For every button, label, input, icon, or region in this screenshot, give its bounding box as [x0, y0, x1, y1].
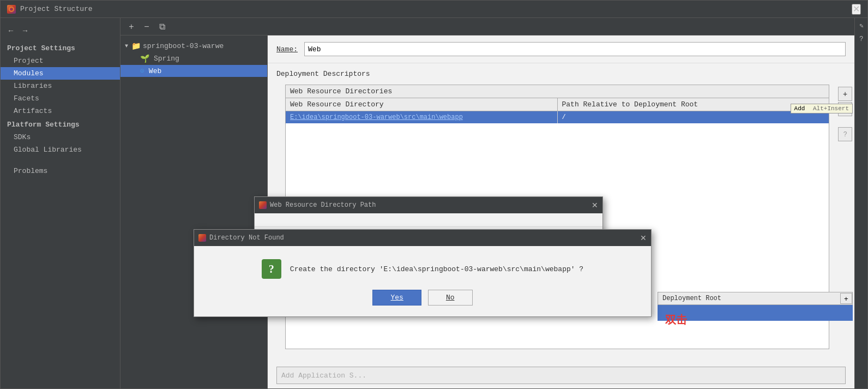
window-close-button[interactable]: ✕: [852, 4, 861, 15]
sidebar-item-label: Modules: [14, 69, 44, 77]
dialog-wrdp-body: [255, 213, 602, 226]
sidebar-item-label: Libraries: [14, 82, 52, 90]
tree-item-springboot[interactable]: ▼ 📁 springboot-03-warwe: [120, 40, 267, 52]
table-add-button[interactable]: +: [838, 87, 852, 101]
add-app-section: Add Application S...: [276, 367, 846, 384]
copy-button[interactable]: ⧉: [155, 20, 168, 33]
sidebar-item-global-libraries[interactable]: Global Libraries: [1, 143, 120, 156]
wrd-relative-cell: /: [558, 111, 829, 123]
dialog-dnf-title-bar: Directory Not Found ✕: [194, 230, 651, 246]
col-path-relative: Path Relative to Deployment Root: [558, 98, 829, 111]
right-sidebar-btn-1[interactable]: ✎: [856, 20, 867, 31]
sidebar-item-label: Global Libraries: [14, 146, 82, 154]
toolbar: + − ⧉: [120, 18, 854, 35]
add-section: Add Application S...: [268, 362, 854, 388]
add-button[interactable]: +: [125, 20, 138, 33]
platform-settings-header: Platform Settings: [1, 117, 120, 131]
col-web-resource-dir: Web Resource Directory: [286, 98, 558, 111]
spring-icon: 🌱: [140, 54, 149, 63]
name-input[interactable]: [304, 42, 846, 56]
title-bar-left: Project Structure: [7, 5, 93, 14]
question-mark-icon: ?: [262, 259, 281, 279]
window-title: Project Structure: [20, 5, 93, 13]
wrd-title-label: Web Resource Directories: [290, 87, 392, 95]
dialog-dnf-icon: [198, 234, 206, 242]
dialog-dnf[interactable]: Directory Not Found ✕ ? Create the direc…: [194, 229, 652, 317]
deployment-descriptors-title: Deployment Descriptors: [276, 70, 370, 78]
dialog-message: Create the directory 'E:\idea\springboot…: [290, 265, 583, 273]
main-window: Project Structure ✕ ← → Project Settings…: [0, 0, 868, 389]
sidebar-item-label: Problems: [14, 167, 47, 175]
dialog-dnf-title: Directory Not Found: [209, 234, 284, 242]
dialog-dnf-title-left: Directory Not Found: [198, 234, 284, 242]
title-bar: Project Structure ✕: [1, 1, 867, 18]
dialog-dnf-close[interactable]: ✕: [640, 234, 647, 242]
wrd-path-value: E:\idea\springboot-03-warweb\src\main\we…: [290, 113, 463, 121]
deployment-descriptors-section: Deployment Descriptors: [268, 63, 854, 85]
tree-panel: ▼ 📁 springboot-03-warwe 🌱 Spring ⊙ Web: [120, 35, 268, 388]
tree-item-label: springboot-03-warwe: [143, 42, 224, 50]
name-row: Name:: [268, 35, 854, 63]
dialog-wrdp-close[interactable]: ✕: [592, 201, 598, 210]
remove-button[interactable]: −: [140, 20, 153, 33]
add-tooltip-label: Add: [794, 105, 805, 112]
sidebar-item-label: SDKs: [14, 133, 31, 141]
side-buttons: + − ?: [838, 85, 854, 358]
dialog-wrdp-title-bar: Web Resource Directory Path ✕: [255, 197, 602, 213]
svg-point-2: [11, 8, 13, 10]
sidebar: ← → Project Settings Project Modules Lib…: [1, 18, 120, 388]
table-question-button[interactable]: ?: [838, 127, 852, 141]
tree-item-web[interactable]: ⊙ Web: [120, 65, 267, 77]
dialog-no-button[interactable]: No: [428, 290, 473, 306]
web-icon: ⊙: [140, 67, 144, 75]
dialog-dnf-buttons: Yes No: [372, 290, 472, 306]
sidebar-item-sdks[interactable]: SDKs: [1, 131, 120, 143]
add-app-label: Add Application S...: [281, 372, 366, 380]
table-row[interactable]: E:\idea\springboot-03-warweb\src\main\we…: [286, 111, 829, 123]
dialog-yes-button[interactable]: Yes: [372, 290, 421, 306]
spacer: [838, 117, 852, 126]
dialog-icon: [259, 201, 267, 209]
tree-item-label: Web: [149, 67, 161, 75]
sidebar-item-modules[interactable]: Modules: [1, 67, 120, 80]
add-shortcut: Alt+Insert: [813, 105, 849, 112]
dialog-wrdp-title: Web Resource Directory Path: [270, 201, 376, 209]
back-button[interactable]: ←: [5, 25, 17, 37]
project-settings-header: Project Settings: [1, 41, 120, 55]
sidebar-item-libraries[interactable]: Libraries: [1, 80, 120, 92]
dialog-dnf-content: ? Create the directory 'E:\idea\springbo…: [262, 259, 583, 279]
sidebar-nav: ← →: [1, 22, 120, 39]
tree-item-spring[interactable]: 🌱 Spring: [120, 52, 267, 65]
sidebar-item-problems[interactable]: Problems: [1, 165, 120, 177]
name-label: Name:: [276, 45, 298, 53]
right-sidebar-btn-2[interactable]: ?: [856, 33, 867, 44]
add-tooltip-area: Add Alt+Insert: [791, 104, 854, 113]
app-icon: [7, 5, 16, 14]
dialog-dnf-body: ? Create the directory 'E:\idea\springbo…: [194, 246, 651, 316]
wrd-title: Web Resource Directories: [286, 85, 829, 98]
sidebar-item-facets[interactable]: Facets: [1, 92, 120, 105]
wrd-path-cell: E:\idea\springboot-03-warweb\src\main\we…: [286, 111, 558, 123]
sidebar-item-artifacts[interactable]: Artifacts: [1, 105, 120, 117]
sidebar-item-project[interactable]: Project: [1, 55, 120, 67]
tree-item-label: Spring: [154, 55, 179, 63]
right-sidebar: ✎ ?: [854, 18, 867, 388]
folder-icon: 📁: [131, 41, 141, 51]
sidebar-item-label: Artifacts: [14, 107, 52, 115]
forward-button[interactable]: →: [19, 25, 31, 37]
dialog-title-left: Web Resource Directory Path: [259, 201, 376, 209]
sidebar-item-label: Project: [14, 57, 44, 65]
sidebar-item-label: Facets: [14, 94, 39, 103]
expand-arrow: ▼: [125, 43, 128, 49]
add-tooltip: Add Alt+Insert: [791, 104, 853, 113]
wrd-table-header: Web Resource Directory Path Relative to …: [286, 98, 829, 111]
